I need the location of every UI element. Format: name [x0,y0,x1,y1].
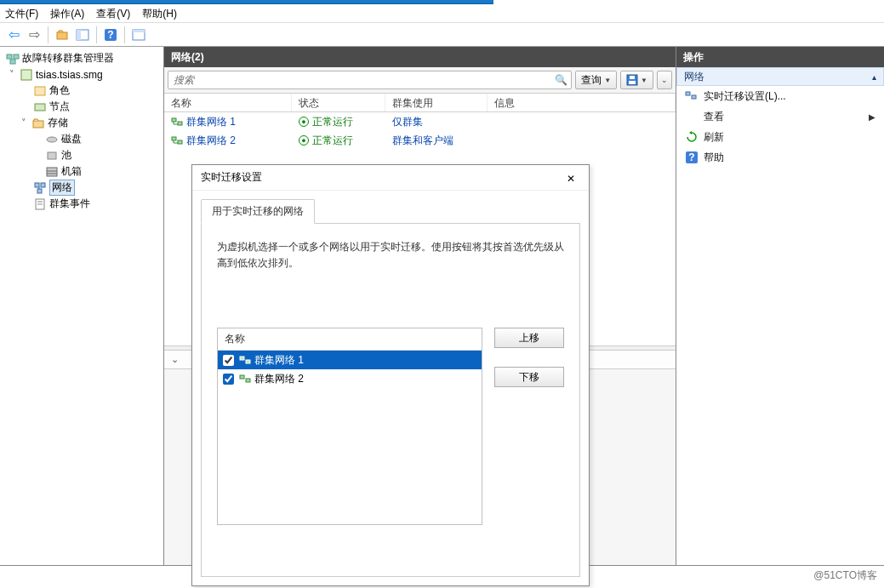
arrow-right-icon [29,26,40,43]
svg-rect-10 [21,70,31,80]
action-label: 刷新 [704,130,724,145]
col-usage[interactable]: 群集使用 [385,94,488,111]
action-view[interactable]: 查看 ▶ [676,106,884,127]
tree-root-label: 故障转移群集管理器 [22,51,114,66]
chevron-right-icon: ▶ [869,112,875,122]
tree-cluster[interactable]: ˅ tsias.tsias.smg [0,66,163,83]
svg-rect-28 [630,76,635,79]
network-priority-config: 名称 群集网络 1 群集网络 2 [217,328,564,525]
row-name: 群集网络 1 [186,115,236,129]
menu-file[interactable]: 文件(F) [5,7,38,20]
action-live-migration-settings[interactable]: 实时迁移设置(L)... [676,86,884,106]
network-list-item[interactable]: 群集网络 1 [218,351,482,369]
tab-migration-networks[interactable]: 用于实时迁移的网络 [201,199,315,224]
network-item-label: 群集网络 2 [254,372,304,386]
svg-rect-21 [37,189,42,193]
svg-rect-43 [240,375,244,379]
save-icon [626,74,638,86]
svg-rect-33 [172,137,176,140]
svg-rect-8 [14,54,19,59]
network-item-icon [171,134,183,146]
tree-storage-label: 存储 [48,116,68,130]
dialog-title: 实时迁移设置 [201,170,262,185]
arrow-left-icon [9,26,20,43]
query-button[interactable]: 查询 ▼ [575,71,617,89]
panel-icon [132,28,145,42]
network-row[interactable]: 群集网络 2 ● 正常运行 群集和客户端 [164,131,676,150]
network-item-label: 群集网络 1 [254,353,304,368]
tree-enclosures[interactable]: 机箱 [0,163,163,180]
actions-group-header[interactable]: 网络 ▴ [676,67,884,86]
save-dropdown-button[interactable]: ▼ [620,71,653,89]
row-usage: 群集和客户端 [392,134,453,148]
chevron-down-icon: ⌄ [171,354,179,365]
disk-icon [45,133,59,146]
properties-toolbar-button[interactable] [128,26,149,44]
row-usage: 仅群集 [392,115,423,129]
menu-view[interactable]: 查看(V) [96,7,130,20]
action-help[interactable]: ? 帮助 [676,147,884,168]
forward-button[interactable] [24,26,44,44]
search-box[interactable]: 🔍 [168,71,572,89]
col-status[interactable]: 状态 [292,94,385,111]
tree-disks[interactable]: 磁盘 [0,131,163,147]
tree-nodes[interactable]: 节点 [0,99,163,115]
back-button[interactable] [3,26,24,44]
close-button[interactable]: ✕ [562,168,580,187]
network-checkbox[interactable] [223,355,234,366]
tree-pane: 故障转移群集管理器 ˅ tsias.tsias.smg 角色 节点 [0,47,164,565]
search-input[interactable] [172,73,555,87]
storage-icon [31,117,45,130]
folder-up-icon [55,28,69,42]
menu-action[interactable]: 操作(A) [50,7,84,20]
move-down-button[interactable]: 下移 [494,367,564,387]
svg-rect-37 [686,92,690,95]
svg-rect-6 [133,30,145,32]
enclosure-icon [45,165,59,179]
network-item-icon [171,116,183,128]
expand-toggle[interactable]: ˅ [19,117,29,128]
svg-rect-27 [629,81,636,84]
svg-rect-0 [57,32,67,39]
svg-rect-44 [246,379,250,382]
col-info[interactable]: 信息 [488,94,676,111]
tree-roles-label: 角色 [49,83,70,98]
svg-rect-9 [10,60,15,64]
close-icon: ✕ [567,173,575,185]
up-level-button[interactable] [52,26,72,44]
tree-pools-label: 池 [61,148,71,163]
help-toolbar-button[interactable]: ? [100,26,121,44]
tree-roles[interactable]: 角色 [0,83,163,99]
cluster-icon [20,68,33,82]
tree-root[interactable]: 故障转移群集管理器 [0,50,163,66]
tree-storage[interactable]: ˅ 存储 [0,115,163,131]
network-row[interactable]: 群集网络 1 ● 正常运行 仅群集 [164,112,676,131]
action-refresh[interactable]: 刷新 [676,127,884,147]
col-name[interactable]: 名称 [164,94,292,111]
action-label: 实时迁移设置(L)... [704,89,786,104]
tree-networks[interactable]: 网络 [0,180,163,196]
menu-help[interactable]: 帮助(H) [142,7,177,20]
action-label: 查看 [704,110,724,124]
network-list: 名称 群集网络 1 群集网络 2 [217,328,482,525]
show-tree-button[interactable] [72,26,93,44]
svg-rect-34 [178,140,182,144]
more-options-button[interactable]: ⌄ [657,71,672,89]
roles-icon [33,84,47,98]
search-bar: 🔍 查询 ▼ ▼ ⌄ [164,67,676,94]
svg-rect-41 [240,357,244,360]
svg-rect-42 [246,360,250,363]
toolbar-separator [48,26,48,43]
svg-rect-15 [48,152,56,159]
chevron-down-icon: ▼ [641,77,647,84]
network-checkbox[interactable] [223,374,234,385]
tree-events-label: 群集事件 [49,197,90,211]
tree-pools[interactable]: 池 [0,147,163,163]
expand-toggle[interactable]: ˅ [7,69,17,80]
network-list-item[interactable]: 群集网络 2 [218,369,482,388]
tree-events[interactable]: 群集事件 [0,196,163,212]
move-up-button[interactable]: 上移 [494,328,564,348]
tree-disks-label: 磁盘 [61,132,82,146]
content-title: 网络(2) [164,47,676,67]
svg-rect-38 [692,95,696,99]
